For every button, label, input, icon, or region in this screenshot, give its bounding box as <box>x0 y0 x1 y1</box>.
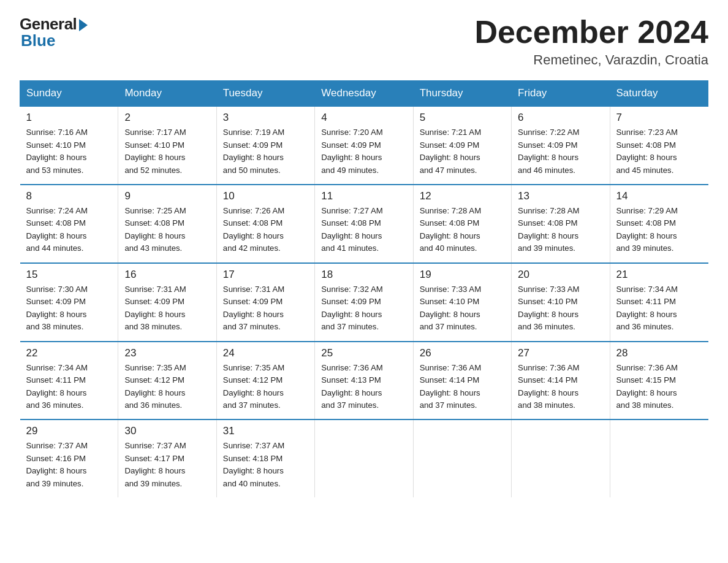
day-number: 12 <box>420 190 505 202</box>
day-number: 10 <box>223 190 308 202</box>
calendar-cell-w4-d3: 24Sunrise: 7:35 AMSunset: 4:12 PMDayligh… <box>216 342 314 420</box>
logo: General Blue <box>20 15 88 50</box>
day-info: Sunrise: 7:25 AMSunset: 4:08 PMDaylight:… <box>124 205 210 255</box>
calendar-cell-w5-d3: 31Sunrise: 7:37 AMSunset: 4:18 PMDayligh… <box>216 419 314 497</box>
calendar-cell-w2-d5: 12Sunrise: 7:28 AMSunset: 4:08 PMDayligh… <box>413 185 511 263</box>
day-number: 5 <box>420 112 505 124</box>
calendar-week-5: 29Sunrise: 7:37 AMSunset: 4:16 PMDayligh… <box>20 419 708 497</box>
calendar-cell-w5-d1: 29Sunrise: 7:37 AMSunset: 4:16 PMDayligh… <box>20 419 118 497</box>
day-number: 31 <box>223 425 308 437</box>
calendar-week-3: 15Sunrise: 7:30 AMSunset: 4:09 PMDayligh… <box>20 263 708 342</box>
calendar-cell-w1-d3: 3Sunrise: 7:19 AMSunset: 4:09 PMDaylight… <box>216 106 314 185</box>
day-info: Sunrise: 7:34 AMSunset: 4:11 PMDaylight:… <box>26 362 112 412</box>
header-monday: Monday <box>118 81 216 107</box>
calendar-week-1: 1Sunrise: 7:16 AMSunset: 4:10 PMDaylight… <box>20 106 708 185</box>
calendar-cell-w3-d6: 20Sunrise: 7:33 AMSunset: 4:10 PMDayligh… <box>512 263 610 342</box>
day-info: Sunrise: 7:23 AMSunset: 4:08 PMDaylight:… <box>616 126 702 177</box>
day-info: Sunrise: 7:17 AMSunset: 4:10 PMDaylight:… <box>124 126 210 177</box>
calendar-cell-w1-d2: 2Sunrise: 7:17 AMSunset: 4:10 PMDaylight… <box>118 106 216 185</box>
day-info: Sunrise: 7:26 AMSunset: 4:08 PMDaylight:… <box>223 205 308 255</box>
day-number: 21 <box>616 269 702 281</box>
calendar-cell-w4-d4: 25Sunrise: 7:36 AMSunset: 4:13 PMDayligh… <box>315 342 413 420</box>
logo-arrow-icon <box>79 19 88 31</box>
calendar-cell-w1-d4: 4Sunrise: 7:20 AMSunset: 4:09 PMDaylight… <box>315 106 413 185</box>
day-info: Sunrise: 7:24 AMSunset: 4:08 PMDaylight:… <box>26 205 112 255</box>
day-number: 27 <box>518 347 603 359</box>
day-info: Sunrise: 7:37 AMSunset: 4:17 PMDaylight:… <box>124 440 210 490</box>
day-number: 23 <box>124 347 210 359</box>
day-info: Sunrise: 7:22 AMSunset: 4:09 PMDaylight:… <box>518 126 603 177</box>
day-info: Sunrise: 7:31 AMSunset: 4:09 PMDaylight:… <box>124 283 210 334</box>
calendar-cell-w1-d7: 7Sunrise: 7:23 AMSunset: 4:08 PMDaylight… <box>610 106 708 185</box>
calendar-cell-w3-d7: 21Sunrise: 7:34 AMSunset: 4:11 PMDayligh… <box>610 263 708 342</box>
day-number: 2 <box>124 112 210 124</box>
day-number: 3 <box>223 112 308 124</box>
calendar-week-2: 8Sunrise: 7:24 AMSunset: 4:08 PMDaylight… <box>20 185 708 263</box>
day-info: Sunrise: 7:31 AMSunset: 4:09 PMDaylight:… <box>223 283 308 334</box>
day-info: Sunrise: 7:33 AMSunset: 4:10 PMDaylight:… <box>420 283 505 334</box>
day-info: Sunrise: 7:33 AMSunset: 4:10 PMDaylight:… <box>518 283 603 334</box>
calendar-week-4: 22Sunrise: 7:34 AMSunset: 4:11 PMDayligh… <box>20 342 708 420</box>
header-thursday: Thursday <box>413 81 511 107</box>
header-friday: Friday <box>512 81 610 107</box>
day-number: 14 <box>616 190 702 202</box>
day-info: Sunrise: 7:35 AMSunset: 4:12 PMDaylight:… <box>223 362 308 412</box>
header-wednesday: Wednesday <box>315 81 413 107</box>
calendar-cell-w5-d4 <box>315 419 413 497</box>
day-info: Sunrise: 7:34 AMSunset: 4:11 PMDaylight:… <box>616 283 702 334</box>
header-tuesday: Tuesday <box>216 81 314 107</box>
calendar-cell-w2-d1: 8Sunrise: 7:24 AMSunset: 4:08 PMDaylight… <box>20 185 118 263</box>
day-info: Sunrise: 7:36 AMSunset: 4:14 PMDaylight:… <box>420 362 505 412</box>
calendar-cell-w3-d1: 15Sunrise: 7:30 AMSunset: 4:09 PMDayligh… <box>20 263 118 342</box>
calendar-cell-w2-d2: 9Sunrise: 7:25 AMSunset: 4:08 PMDaylight… <box>118 185 216 263</box>
day-info: Sunrise: 7:28 AMSunset: 4:08 PMDaylight:… <box>518 205 603 255</box>
day-number: 29 <box>26 425 112 437</box>
day-number: 26 <box>420 347 505 359</box>
calendar-table: SundayMondayTuesdayWednesdayThursdayFrid… <box>20 80 708 497</box>
page-header: General Blue December 2024 Remetinec, Va… <box>20 15 708 68</box>
day-number: 20 <box>518 269 603 281</box>
day-number: 11 <box>321 190 406 202</box>
logo-blue-text: Blue <box>20 31 55 50</box>
day-info: Sunrise: 7:27 AMSunset: 4:08 PMDaylight:… <box>321 205 406 255</box>
day-number: 25 <box>321 347 406 359</box>
day-number: 19 <box>420 269 505 281</box>
day-number: 24 <box>223 347 308 359</box>
calendar-cell-w5-d5 <box>413 419 511 497</box>
day-info: Sunrise: 7:36 AMSunset: 4:14 PMDaylight:… <box>518 362 603 412</box>
day-info: Sunrise: 7:29 AMSunset: 4:08 PMDaylight:… <box>616 205 702 255</box>
day-number: 16 <box>124 269 210 281</box>
day-info: Sunrise: 7:35 AMSunset: 4:12 PMDaylight:… <box>124 362 210 412</box>
day-info: Sunrise: 7:30 AMSunset: 4:09 PMDaylight:… <box>26 283 112 334</box>
day-info: Sunrise: 7:36 AMSunset: 4:13 PMDaylight:… <box>321 362 406 412</box>
day-number: 6 <box>518 112 603 124</box>
calendar-cell-w2-d4: 11Sunrise: 7:27 AMSunset: 4:08 PMDayligh… <box>315 185 413 263</box>
calendar-cell-w4-d1: 22Sunrise: 7:34 AMSunset: 4:11 PMDayligh… <box>20 342 118 420</box>
day-info: Sunrise: 7:37 AMSunset: 4:18 PMDaylight:… <box>223 440 308 490</box>
header-saturday: Saturday <box>610 81 708 107</box>
calendar-cell-w4-d5: 26Sunrise: 7:36 AMSunset: 4:14 PMDayligh… <box>413 342 511 420</box>
calendar-cell-w2-d3: 10Sunrise: 7:26 AMSunset: 4:08 PMDayligh… <box>216 185 314 263</box>
day-number: 8 <box>26 190 112 202</box>
location-text: Remetinec, Varazdin, Croatia <box>474 52 708 68</box>
header-sunday: Sunday <box>20 81 118 107</box>
day-info: Sunrise: 7:20 AMSunset: 4:09 PMDaylight:… <box>321 126 406 177</box>
day-number: 30 <box>124 425 210 437</box>
calendar-header-row: SundayMondayTuesdayWednesdayThursdayFrid… <box>20 81 708 107</box>
calendar-cell-w5-d2: 30Sunrise: 7:37 AMSunset: 4:17 PMDayligh… <box>118 419 216 497</box>
day-number: 9 <box>124 190 210 202</box>
day-info: Sunrise: 7:32 AMSunset: 4:09 PMDaylight:… <box>321 283 406 334</box>
day-info: Sunrise: 7:36 AMSunset: 4:15 PMDaylight:… <box>616 362 702 412</box>
calendar-cell-w3-d2: 16Sunrise: 7:31 AMSunset: 4:09 PMDayligh… <box>118 263 216 342</box>
day-number: 15 <box>26 269 112 281</box>
calendar-cell-w1-d1: 1Sunrise: 7:16 AMSunset: 4:10 PMDaylight… <box>20 106 118 185</box>
day-info: Sunrise: 7:21 AMSunset: 4:09 PMDaylight:… <box>420 126 505 177</box>
calendar-cell-w1-d6: 6Sunrise: 7:22 AMSunset: 4:09 PMDaylight… <box>512 106 610 185</box>
calendar-cell-w3-d5: 19Sunrise: 7:33 AMSunset: 4:10 PMDayligh… <box>413 263 511 342</box>
day-number: 1 <box>26 112 112 124</box>
day-number: 22 <box>26 347 112 359</box>
calendar-cell-w5-d6 <box>512 419 610 497</box>
day-info: Sunrise: 7:19 AMSunset: 4:09 PMDaylight:… <box>223 126 308 177</box>
day-number: 28 <box>616 347 702 359</box>
title-block: December 2024 Remetinec, Varazdin, Croat… <box>474 15 708 68</box>
